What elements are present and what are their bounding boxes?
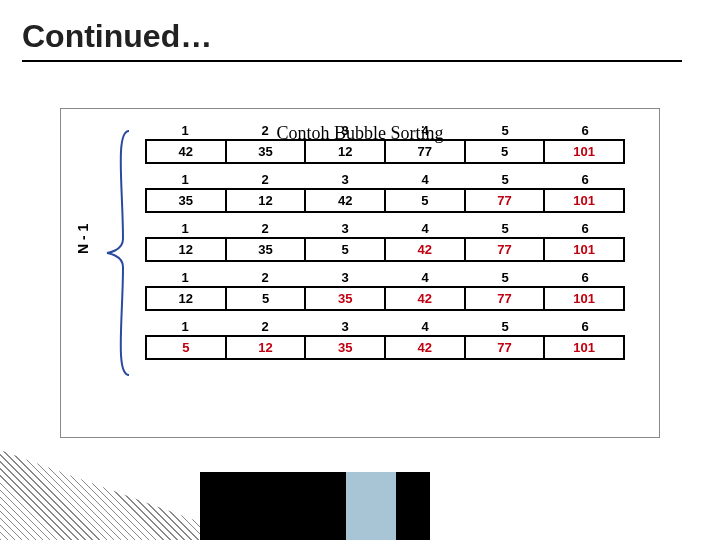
- value-cell: 77: [466, 337, 546, 358]
- value-cell: 35: [227, 239, 307, 260]
- title-underline: [22, 60, 682, 62]
- value-cell: 42: [386, 337, 466, 358]
- value-row: 351242577101: [145, 188, 625, 213]
- index-cell: 2: [225, 270, 305, 286]
- sorting-pass: 123456423512775101: [145, 123, 625, 164]
- value-cell: 42: [386, 239, 466, 260]
- index-row: 123456: [145, 319, 625, 335]
- curly-brace-icon: [105, 129, 133, 377]
- value-cell: 5: [306, 239, 386, 260]
- index-cell: 2: [225, 172, 305, 188]
- sorting-pass: 123456512354277101: [145, 319, 625, 360]
- index-cell: 3: [305, 270, 385, 286]
- value-cell: 5: [386, 190, 466, 211]
- index-cell: 1: [145, 319, 225, 335]
- value-cell: 12: [306, 141, 386, 162]
- index-cell: 2: [225, 221, 305, 237]
- value-cell: 12: [147, 239, 227, 260]
- index-cell: 4: [385, 319, 465, 335]
- index-cell: 6: [545, 172, 625, 188]
- value-row: 423512775101: [145, 139, 625, 164]
- value-cell: 5: [147, 337, 227, 358]
- value-cell: 12: [227, 190, 307, 211]
- index-cell: 2: [225, 123, 305, 139]
- page-title: Continued…: [22, 18, 212, 55]
- blue-box-decoration: [346, 472, 396, 540]
- value-cell: 35: [306, 288, 386, 309]
- value-cell: 5: [227, 288, 307, 309]
- value-cell: 5: [466, 141, 546, 162]
- value-cell: 101: [545, 288, 623, 309]
- value-cell: 101: [545, 337, 623, 358]
- value-cell: 42: [147, 141, 227, 162]
- sorting-passes: 1234564235127751011234563512425771011234…: [145, 123, 625, 368]
- index-cell: 5: [465, 123, 545, 139]
- index-cell: 6: [545, 319, 625, 335]
- index-cell: 1: [145, 221, 225, 237]
- value-cell: 77: [466, 288, 546, 309]
- index-cell: 4: [385, 123, 465, 139]
- brace-label: N - 1: [75, 224, 91, 254]
- index-row: 123456: [145, 270, 625, 286]
- value-cell: 35: [227, 141, 307, 162]
- index-cell: 6: [545, 123, 625, 139]
- index-cell: 5: [465, 319, 545, 335]
- index-cell: 3: [305, 172, 385, 188]
- value-row: 125354277101: [145, 286, 625, 311]
- value-row: 123554277101: [145, 237, 625, 262]
- index-cell: 3: [305, 319, 385, 335]
- index-cell: 1: [145, 270, 225, 286]
- index-cell: 1: [145, 172, 225, 188]
- index-cell: 3: [305, 221, 385, 237]
- index-cell: 3: [305, 123, 385, 139]
- value-cell: 42: [386, 288, 466, 309]
- index-cell: 4: [385, 172, 465, 188]
- index-row: 123456: [145, 221, 625, 237]
- value-cell: 77: [466, 239, 546, 260]
- value-cell: 77: [386, 141, 466, 162]
- value-cell: 12: [227, 337, 307, 358]
- value-cell: 101: [545, 141, 623, 162]
- index-row: 123456: [145, 172, 625, 188]
- index-cell: 6: [545, 270, 625, 286]
- sorting-pass: 123456125354277101: [145, 270, 625, 311]
- sorting-pass: 123456123554277101: [145, 221, 625, 262]
- value-row: 512354277101: [145, 335, 625, 360]
- value-cell: 42: [306, 190, 386, 211]
- index-cell: 5: [465, 172, 545, 188]
- index-cell: 5: [465, 270, 545, 286]
- value-cell: 77: [466, 190, 546, 211]
- index-cell: 1: [145, 123, 225, 139]
- value-cell: 101: [545, 190, 623, 211]
- value-cell: 35: [147, 190, 227, 211]
- value-cell: 12: [147, 288, 227, 309]
- value-cell: 35: [306, 337, 386, 358]
- value-cell: 101: [545, 239, 623, 260]
- sorting-pass: 123456351242577101: [145, 172, 625, 213]
- index-cell: 4: [385, 221, 465, 237]
- figure-frame: N - 1 1234564235127751011234563512425771…: [60, 108, 660, 438]
- index-cell: 5: [465, 221, 545, 237]
- index-cell: 2: [225, 319, 305, 335]
- index-row: 123456: [145, 123, 625, 139]
- index-cell: 6: [545, 221, 625, 237]
- index-cell: 4: [385, 270, 465, 286]
